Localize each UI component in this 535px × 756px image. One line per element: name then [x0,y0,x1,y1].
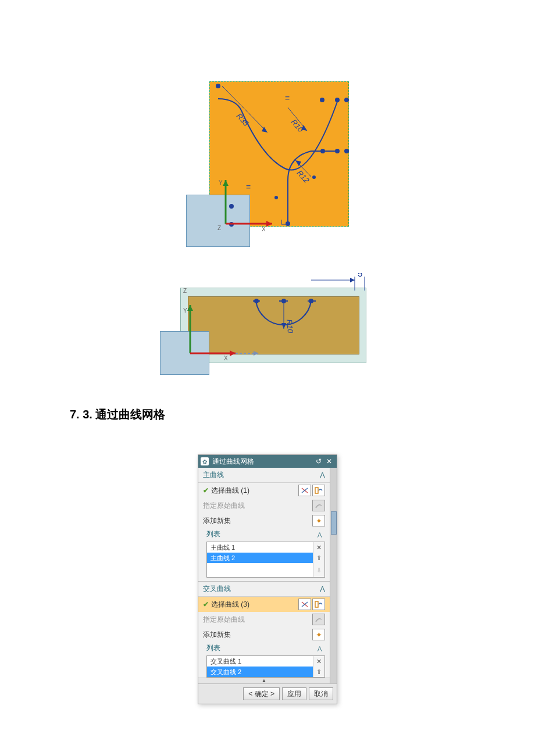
chevron-up-icon: ⋀ [320,471,325,479]
cross-select-label: ✔选择曲线 (3) [203,600,297,610]
chevron-up-icon: ⋀ [318,646,322,651]
gear-icon: ✿ [201,457,209,465]
list-item[interactable]: 交叉曲线 2 [207,667,313,677]
axis2-z: Z [183,288,187,294]
axis2-y: Y [183,307,187,314]
cross-list-header[interactable]: 列表 ⋀ [198,642,330,654]
svg-point-12 [344,149,349,153]
filter-button[interactable] [298,485,311,496]
apply-button[interactable]: 应用 [282,687,306,700]
section-primary-header[interactable]: 主曲线 ⋀ [198,468,330,483]
axis-y: Y [219,180,223,186]
dim-5: 5 [358,273,362,278]
equal-mark-left: = [246,182,251,192]
list-item[interactable]: 交叉曲线 1 [207,656,313,667]
svg-marker-19 [223,180,229,186]
cross-select-row[interactable]: ✔选择曲线 (3) [198,597,330,612]
primary-origin-label: 指定原始曲线 [203,501,311,511]
move-down-button: ⇩ [313,563,324,577]
svg-point-13 [286,221,290,226]
axis-x: X [262,226,266,232]
dialog-title: 通过曲线网格 [212,457,313,467]
cross-list[interactable]: 交叉曲线 1 ✕ 交叉曲线 2 ⇧ [206,655,325,678]
svg-rect-42 [315,488,318,493]
list-item[interactable]: 主曲线 1 [207,542,313,553]
dim2-r10: R10 [285,319,295,334]
curve-picker-button[interactable] [312,485,325,496]
svg-rect-45 [315,601,318,607]
svg-point-11 [335,149,340,153]
svg-point-10 [320,149,325,153]
svg-point-6 [216,84,220,88]
curve-mesh-dialog: ✿ 通过曲线网格 ↺ ✕ 主曲线 ⋀ ✔选择曲线 (1) [198,454,337,704]
svg-point-15 [274,196,278,199]
cross-addnew-label: 添加新集 [203,630,311,640]
svg-point-7 [320,98,324,102]
dim-r10: R10 [290,117,305,134]
primary-select-label: ✔选择曲线 (1) [203,486,297,496]
move-up-button[interactable]: ⇧ [313,553,324,563]
svg-point-8 [335,98,340,102]
chevron-up-icon: ⋀ [320,585,325,593]
svg-marker-39 [254,351,259,356]
reset-icon[interactable]: ↺ [313,457,324,466]
check-icon: ✔ [203,600,209,608]
sketch-1-overlay: R35 R10 R12 = = [186,81,349,250]
svg-point-16 [229,204,234,209]
check-icon: ✔ [203,486,209,495]
cross-addnew-row[interactable]: 添加新集 ✦ [198,627,330,642]
primary-list-header[interactable]: 列表 ⋀ [198,528,330,540]
curve-picker-button[interactable] [312,599,325,610]
svg-point-9 [344,98,349,102]
primary-origin-row: 指定原始曲线 [198,498,330,513]
chevron-up-icon: ⋀ [318,532,322,538]
equal-mark-top: = [285,94,290,103]
close-icon[interactable]: ✕ [324,457,334,466]
svg-marker-31 [350,278,355,282]
add-new-set-button[interactable]: ✦ [312,629,325,640]
svg-point-27 [309,299,313,303]
section-heading: 7. 3. 通过曲线网格 [70,407,535,422]
dialog-scrollbar[interactable] [330,468,337,683]
section-cross-header[interactable]: 交叉曲线 ⋀ [198,581,330,597]
cross-origin-row: 指定原始曲线 [198,612,330,627]
move-up-button[interactable]: ⇧ [313,667,324,677]
svg-marker-37 [230,350,236,356]
svg-marker-21 [266,221,272,227]
ok-button[interactable]: < 确定 > [243,687,280,700]
primary-addnew-label: 添加新集 [203,516,311,526]
section-cross-label: 交叉曲线 [203,584,231,594]
axis-z: Z [217,225,221,231]
cross-origin-label: 指定原始曲线 [203,615,311,625]
primary-list[interactable]: 主曲线 1 ✕ 主曲线 2 ⇧ ⇩ [206,542,325,578]
scrollbar-thumb[interactable] [331,511,337,535]
remove-item-button[interactable]: ✕ [313,656,324,667]
list-item[interactable]: 主曲线 2 [207,553,313,563]
svg-point-14 [312,175,316,179]
axis2-x: X [224,355,228,361]
add-new-set-button[interactable]: ✦ [312,515,325,526]
dim-r12: R12 [295,169,312,185]
list-empty [207,563,313,577]
section-primary-label: 主曲线 [203,470,224,480]
svg-point-25 [254,299,259,303]
sketch-2-overlay: R10 5 X Y Z [160,273,375,389]
origin-curve-button [312,500,325,511]
sketch-figure-1: R35 R10 R12 = = [186,81,349,250]
sketch-figure-2: R10 5 X Y Z [160,273,375,389]
dialog-button-bar: < 确定 > 应用 取消 [198,683,337,704]
remove-item-button[interactable]: ✕ [313,542,324,553]
primary-addnew-row[interactable]: 添加新集 ✦ [198,513,330,528]
primary-select-row[interactable]: ✔选择曲线 (1) [198,483,330,498]
filter-button[interactable] [298,599,311,610]
cancel-button[interactable]: 取消 [309,687,333,700]
svg-marker-35 [187,305,193,311]
origin-curve-button [312,614,325,625]
dialog-titlebar[interactable]: ✿ 通过曲线网格 ↺ ✕ [198,455,337,468]
expand-bar[interactable]: ▲ [198,678,330,683]
